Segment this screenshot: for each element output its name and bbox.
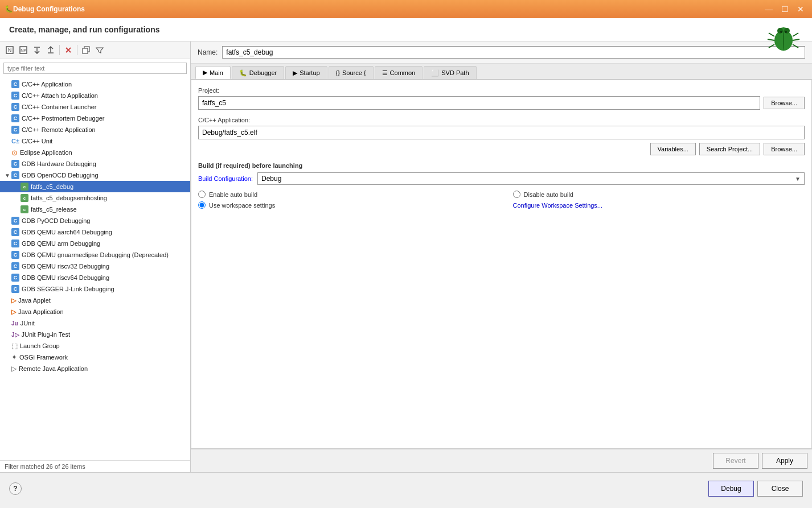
tree-item-remote-java[interactable]: ▷ Remote Java Application	[0, 363, 190, 374]
tree-item-cc-container[interactable]: C C/C++ Container Launcher	[0, 101, 190, 113]
c-sub-icon: c	[20, 194, 28, 202]
disable-auto-label: Disable auto build	[524, 191, 573, 198]
new-proto-button[interactable]: NP	[17, 44, 30, 56]
new-config-button[interactable]: N	[3, 44, 16, 56]
tree-item-gdb-qemu-gnuarm[interactable]: C GDB QEMU gnuarmeclipse Debugging (Depr…	[0, 249, 190, 261]
configure-workspace-container: Configure Workspace Settings...	[513, 201, 805, 209]
configure-workspace-link[interactable]: Configure Workspace Settings...	[513, 202, 603, 209]
tree-item-gdb-qemu-arm[interactable]: C GDB QEMU arm Debugging	[0, 238, 190, 249]
tree-item-gdb-pyocd[interactable]: C GDB PyOCD Debugging	[0, 215, 190, 226]
common-tab-icon: ☰	[382, 69, 388, 77]
debugger-tab-label: Debugger	[249, 69, 277, 76]
help-button[interactable]: ?	[9, 482, 22, 495]
tab-source[interactable]: {} Source {	[329, 66, 374, 79]
maximize-button[interactable]: ☐	[778, 2, 792, 16]
tab-startup[interactable]: ▶ Startup	[285, 66, 327, 79]
tree-item-junit-plugin[interactable]: J▷ JUnit Plug-in Test	[0, 329, 190, 340]
c-icon: C	[11, 171, 19, 179]
search-project-button[interactable]: Search Project...	[699, 143, 760, 155]
browse-project-button[interactable]: Browse...	[764, 97, 805, 109]
tree-item-osgi[interactable]: ✦ OSGi Framework	[0, 352, 190, 363]
revert-button[interactable]: Revert	[713, 453, 758, 469]
left-panel: N NP	[0, 42, 191, 472]
eclipse-icon: ⊙	[11, 148, 18, 157]
project-label: Project:	[198, 87, 805, 94]
browse-application-button[interactable]: Browse...	[764, 143, 805, 155]
tab-debugger[interactable]: 🐛 Debugger	[232, 66, 284, 79]
radio-col-right: Disable auto build Configure Workspace S…	[513, 191, 805, 209]
tree-item-fatfs-debug[interactable]: c fatfs_c5_debug	[0, 181, 190, 192]
export-button[interactable]	[31, 44, 43, 56]
radio-enable-auto: Enable auto build	[198, 191, 490, 198]
tabs-bar: ▶ Main 🐛 Debugger ▶ Startup {} Source { …	[191, 64, 812, 80]
title-bar-title: Debug Configurations	[13, 5, 85, 13]
tree-item-gdb-hardware[interactable]: C GDB Hardware Debugging	[0, 158, 190, 170]
tree-item-gdb-qemu-aarch64[interactable]: C GDB QEMU aarch64 Debugging	[0, 226, 190, 238]
duplicate-button[interactable]	[80, 44, 92, 56]
tree-item-cc-remote[interactable]: C C/C++ Remote Application	[0, 124, 190, 135]
close-button[interactable]: Close	[757, 481, 803, 497]
enable-auto-radio[interactable]	[198, 191, 206, 198]
tree-item-fatfs-debugsemi[interactable]: c fatfs_c5_debugsemihosting	[0, 192, 190, 204]
name-label: Name:	[198, 48, 218, 56]
import-button[interactable]	[44, 44, 57, 56]
delete-button[interactable]	[62, 44, 75, 56]
filter-input[interactable]	[3, 63, 187, 74]
project-input[interactable]	[198, 96, 760, 110]
tree-item-eclipse-app[interactable]: ⊙ Eclipse Application	[0, 147, 190, 158]
name-row: Name:	[191, 42, 812, 64]
radio-use-workspace: Use workspace settings	[198, 201, 490, 209]
radio-disable-auto: Disable auto build	[513, 191, 805, 198]
tree-item-fatfs-release[interactable]: c fatfs_c5_release	[0, 204, 190, 215]
c-icon: C	[11, 228, 19, 236]
tree-item-cc-unit[interactable]: C± C/C++ Unit	[0, 135, 190, 147]
tree-item-java-app[interactable]: ▷ Java Application	[0, 306, 190, 317]
tree-item-gdb-qemu-riscv64[interactable]: C GDB QEMU riscv64 Debugging	[0, 272, 190, 283]
tree-item-launch-group[interactable]: ⬚ Launch Group	[0, 340, 190, 352]
application-input[interactable]	[198, 126, 805, 139]
tree-container: C C/C++ Application C C/C++ Attach to Ap…	[0, 77, 190, 460]
tree-item-gdb-openocd[interactable]: ▼ C GDB OpenOCD Debugging	[0, 170, 190, 181]
source-tab-label: Source {	[342, 69, 366, 76]
tab-common[interactable]: ☰ Common	[375, 66, 423, 79]
svg-text:N: N	[8, 47, 12, 53]
tree-item-cc-attach[interactable]: C C/C++ Attach to Application	[0, 90, 190, 101]
tab-main[interactable]: ▶ Main	[195, 66, 231, 79]
project-row: Browse...	[198, 96, 805, 110]
disable-auto-radio[interactable]	[513, 191, 520, 198]
variables-button[interactable]: Variables...	[650, 143, 696, 155]
close-button[interactable]: ✕	[794, 2, 807, 16]
application-buttons: Variables... Search Project... Browse...	[198, 143, 805, 155]
minimize-button[interactable]: —	[762, 2, 776, 16]
c-icon: C	[11, 103, 19, 111]
cc-unit-icon: C±	[11, 138, 19, 144]
filter-button[interactable]	[93, 44, 106, 56]
tree-item-cc-postmortem[interactable]: C C/C++ Postmortem Debugger	[0, 113, 190, 124]
radio-col-left: Enable auto build Use workspace settings	[198, 191, 490, 209]
revert-apply-row: Revert Apply	[191, 449, 812, 472]
debug-button[interactable]: Debug	[708, 481, 754, 497]
apply-button[interactable]: Apply	[762, 453, 807, 469]
junit-icon: Ju	[11, 320, 18, 327]
use-workspace-radio[interactable]	[198, 201, 206, 209]
svg-line-5	[768, 39, 774, 40]
svg-text:NP: NP	[20, 48, 26, 52]
c-icon: C	[11, 274, 19, 282]
tree-item-cc-app[interactable]: C C/C++ Application	[0, 79, 190, 90]
tab-svd-path[interactable]: ⬜ SVD Path	[424, 66, 476, 79]
remote-java-icon: ▷	[11, 365, 17, 373]
build-config-select[interactable]: Debug ▼	[257, 172, 805, 185]
name-input[interactable]	[222, 46, 805, 59]
tree-item-junit[interactable]: Ju JUnit	[0, 317, 190, 329]
title-bar-controls: — ☐ ✕	[762, 2, 807, 16]
c-icon: C	[11, 285, 19, 293]
build-config-link[interactable]: Build Configuration:	[198, 175, 253, 182]
svg-point-12	[785, 31, 787, 33]
c-icon: C	[11, 262, 19, 270]
debugger-tab-icon: 🐛	[239, 69, 247, 77]
tree-item-gdb-qemu-riscv32[interactable]: C GDB QEMU riscv32 Debugging	[0, 261, 190, 272]
tree-item-gdb-segger[interactable]: C GDB SEGGER J-Link Debugging	[0, 283, 190, 295]
project-group: Project: Browse...	[198, 87, 805, 110]
svg-line-4	[769, 33, 774, 36]
tree-item-java-applet[interactable]: ▷ Java Applet	[0, 295, 190, 306]
